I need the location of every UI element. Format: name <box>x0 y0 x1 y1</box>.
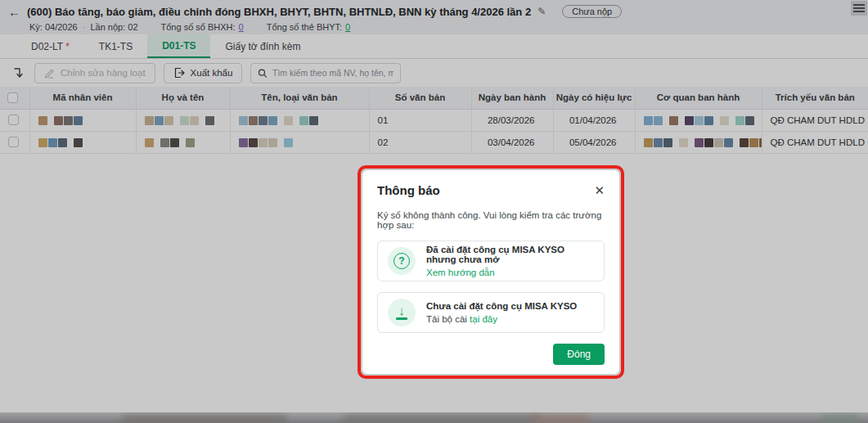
modal-title: Thông báo <box>377 183 440 197</box>
annotation-highlight-rect: Thông báo ✕ Ký số không thành công. Vui … <box>358 165 624 379</box>
notification-modal: Thông báo ✕ Ký số không thành công. Vui … <box>362 170 619 374</box>
option-card-kyso-not-installed[interactable]: ↓ Chưa cài đặt công cụ MISA KYSO Tải bộ … <box>377 292 605 333</box>
question-circle-icon: ? <box>388 247 416 275</box>
option-card-kyso-not-open[interactable]: ? Đã cài đặt công cụ MISA KYSO nhưng chư… <box>377 241 605 281</box>
download-prefix-text: Tải bộ cài <box>426 314 470 324</box>
close-icon[interactable]: ✕ <box>594 184 605 196</box>
option-title: Chưa cài đặt công cụ MISA KYSO <box>426 301 577 311</box>
modal-message: Ký số không thành công. Vui lòng kiểm tr… <box>377 210 605 230</box>
app-screen: ← (600) Báo tăng, báo giảm, điều chỉnh đ… <box>0 0 868 423</box>
close-button[interactable]: Đóng <box>553 344 605 365</box>
option-title: Đã cài đặt công cụ MISA KYSO nhưng chưa … <box>426 245 594 264</box>
view-guide-link[interactable]: Xem hướng dẫn <box>426 268 495 277</box>
download-here-link[interactable]: tại đây <box>470 314 497 324</box>
download-icon: ↓ <box>388 299 416 326</box>
